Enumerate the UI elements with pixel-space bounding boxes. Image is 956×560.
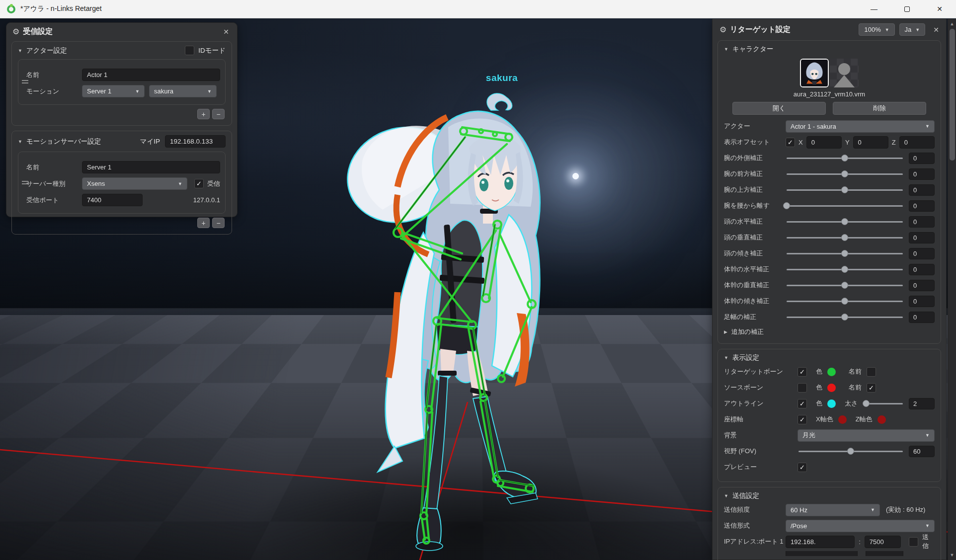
server-name-input[interactable]: Server 1	[82, 161, 220, 173]
ip-address-input-2[interactable]	[786, 551, 858, 556]
collapse-icon[interactable]: ▼	[18, 139, 22, 144]
collapse-icon[interactable]: ▼	[18, 48, 22, 53]
actor-select-dropdown[interactable]: Actor 1 - sakura ▼	[786, 120, 935, 133]
outline-thickness-slider[interactable]	[863, 398, 904, 409]
slider-value[interactable]: 0	[909, 312, 935, 323]
server-type-dropdown[interactable]: Xsens ▼	[82, 177, 187, 190]
correction-slider[interactable]	[786, 216, 904, 227]
slider-handle[interactable]	[841, 186, 848, 193]
slider-handle[interactable]	[841, 298, 848, 305]
slider-value[interactable]: 0	[909, 232, 935, 243]
open-button[interactable]: 開く	[732, 102, 826, 115]
drag-handle-icon[interactable]	[22, 181, 28, 185]
axes-checkbox[interactable]: ✓	[797, 415, 807, 424]
drag-handle-icon[interactable]	[22, 80, 28, 84]
z-axis-color-swatch[interactable]	[877, 415, 886, 424]
zoom-dropdown[interactable]: 100%▼	[859, 23, 894, 36]
port-input[interactable]: 7500	[865, 536, 901, 548]
correction-slider[interactable]	[786, 296, 904, 307]
source-bone-checkbox[interactable]	[797, 383, 807, 393]
slider-handle[interactable]	[841, 218, 848, 225]
receive-checkbox[interactable]: ✓	[194, 179, 204, 188]
send-frequency-dropdown[interactable]: 60 Hz ▼	[786, 504, 880, 516]
preview-checkbox[interactable]: ✓	[797, 463, 807, 472]
receive-port-input[interactable]: 7400	[82, 194, 143, 206]
maximize-button[interactable]	[890, 0, 923, 18]
actor-name-input[interactable]: Actor 1	[82, 69, 220, 81]
slider-handle[interactable]	[841, 282, 848, 289]
retarget-bone-name-checkbox[interactable]	[867, 367, 876, 377]
scroll-up-icon[interactable]: ▲	[950, 19, 955, 29]
source-bone-name-checkbox[interactable]: ✓	[867, 383, 876, 393]
collapse-icon[interactable]: ▼	[724, 355, 728, 360]
slider-handle[interactable]	[841, 314, 848, 320]
x-axis-color-swatch[interactable]	[838, 415, 847, 424]
minimize-button[interactable]: —	[858, 0, 890, 18]
send-checkbox[interactable]	[909, 537, 918, 547]
language-dropdown[interactable]: Ja▼	[899, 23, 926, 36]
collapse-icon[interactable]: ▼	[724, 47, 728, 52]
slider-label: 足幅の補正	[724, 313, 786, 321]
slider-handle[interactable]	[783, 202, 790, 209]
character-thumbnail-selected[interactable]	[800, 59, 829, 87]
motion-actor-dropdown[interactable]: sakura ▼	[149, 85, 217, 97]
motion-server-dropdown[interactable]: Server 1 ▼	[82, 85, 145, 97]
offset-y-input[interactable]: 0	[853, 136, 888, 149]
remove-actor-button[interactable]: −	[212, 109, 225, 119]
send-format-dropdown[interactable]: /Pose ▼	[786, 520, 935, 532]
outline-checkbox[interactable]: ✓	[797, 399, 807, 408]
retarget-bone-checkbox[interactable]: ✓	[797, 367, 807, 377]
close-button[interactable]: ✕	[923, 0, 956, 18]
slider-value[interactable]: 0	[909, 248, 935, 259]
delete-button[interactable]: 削除	[833, 102, 926, 115]
correction-slider[interactable]	[786, 280, 904, 291]
background-dropdown[interactable]: 月光 ▼	[797, 429, 935, 442]
slider-value[interactable]: 0	[909, 280, 935, 291]
remove-server-button[interactable]: −	[212, 218, 225, 228]
scroll-down-icon[interactable]: ▼	[950, 550, 955, 560]
my-ip-input[interactable]: 192.168.0.133	[165, 135, 226, 148]
slider-handle[interactable]	[841, 170, 848, 177]
panel-scrollbar[interactable]: ▲ ▼	[948, 19, 956, 560]
correction-slider[interactable]	[786, 232, 904, 243]
collapse-icon[interactable]: ▶	[724, 329, 727, 334]
port-input-2[interactable]	[866, 551, 903, 556]
slider-value[interactable]: 0	[909, 200, 935, 212]
id-mode-checkbox[interactable]	[185, 46, 194, 55]
correction-slider[interactable]	[786, 264, 904, 275]
slider-value[interactable]: 0	[909, 153, 935, 164]
slider-value[interactable]: 0	[909, 296, 935, 307]
add-actor-button[interactable]: +	[197, 109, 210, 119]
slider-value[interactable]: 0	[909, 216, 935, 228]
fov-slider[interactable]	[797, 446, 904, 457]
correction-slider[interactable]	[786, 312, 904, 322]
display-offset-checkbox[interactable]: ✓	[786, 138, 795, 147]
source-bone-color-swatch[interactable]	[827, 384, 836, 392]
scrollbar-thumb[interactable]	[950, 29, 955, 160]
character-thumbnail-empty[interactable]	[830, 59, 859, 87]
correction-slider[interactable]	[786, 248, 904, 259]
retarget-panel-close-icon[interactable]: ✕	[931, 26, 941, 34]
slider-handle[interactable]	[841, 234, 848, 241]
collapse-icon[interactable]: ▼	[724, 493, 728, 498]
offset-z-input[interactable]: 0	[899, 136, 935, 149]
outline-thickness-value[interactable]: 2	[909, 398, 935, 409]
slider-handle[interactable]	[841, 155, 848, 161]
correction-slider[interactable]	[786, 168, 904, 179]
retarget-bone-color-swatch[interactable]	[827, 368, 836, 376]
outline-color-swatch[interactable]	[827, 400, 836, 408]
slider-value[interactable]: 0	[909, 264, 935, 275]
slider-handle[interactable]	[841, 250, 848, 257]
slider-value[interactable]: 0	[909, 184, 935, 196]
slider-handle[interactable]	[841, 266, 848, 273]
offset-x-input[interactable]: 0	[806, 136, 842, 149]
correction-slider[interactable]	[786, 200, 904, 211]
add-server-button[interactable]: +	[197, 218, 210, 228]
receive-panel-close-icon[interactable]: ✕	[221, 28, 231, 36]
ip-address-input[interactable]: 192.168.	[786, 536, 855, 548]
correction-slider[interactable]	[786, 184, 904, 195]
character-model[interactable]	[298, 80, 547, 557]
slider-value[interactable]: 0	[909, 168, 935, 180]
fov-value[interactable]: 60	[909, 446, 935, 457]
correction-slider[interactable]	[786, 153, 904, 163]
